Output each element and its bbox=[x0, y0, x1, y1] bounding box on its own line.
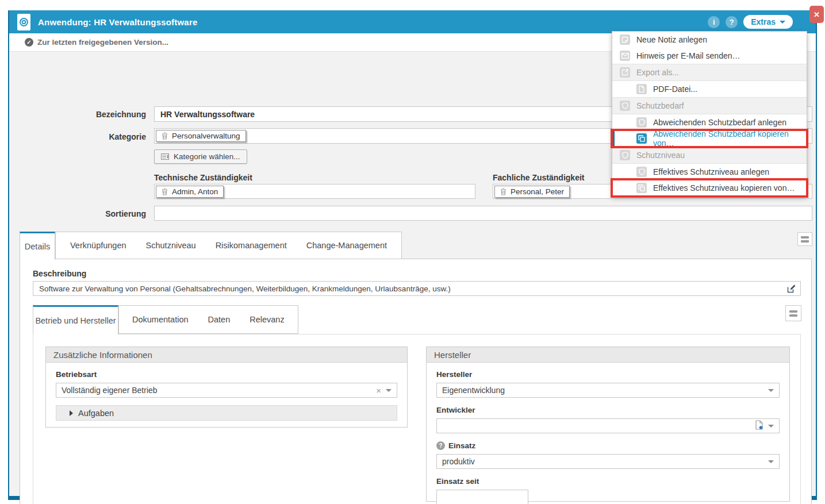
chevron-down-icon bbox=[768, 389, 774, 392]
menu-item-label: Neue Notiz anlegen bbox=[636, 35, 707, 44]
help-icon-small[interactable]: ? bbox=[436, 441, 445, 450]
info-icon[interactable]: i bbox=[708, 16, 720, 28]
inner-tab-group: Dokumentation Daten Relevanz bbox=[118, 305, 298, 334]
menu-item-label: Hinweis per E-Mail senden… bbox=[636, 51, 740, 60]
subtab-content: Zusätzliche Informationen Betriebsart Vo… bbox=[33, 334, 801, 504]
menu-item-email-hinweis[interactable]: Hinweis per E-Mail senden… bbox=[612, 48, 807, 64]
menu-item-schutzbedarf-anlegen[interactable]: Abweichenden Schutzbedarf anlegen bbox=[612, 114, 807, 130]
tab-schutzniveau[interactable]: Schutzniveau bbox=[136, 241, 206, 250]
aufgaben-collapse[interactable]: Aufgaben bbox=[56, 405, 397, 421]
shield-icon bbox=[620, 101, 630, 111]
sortierung-input[interactable] bbox=[155, 206, 812, 220]
chevron-down-icon bbox=[768, 425, 774, 428]
hersteller-value: Eigenentwicklung bbox=[442, 386, 763, 395]
menu-item-pdf-datei[interactable]: PDF-Datei... bbox=[612, 81, 807, 97]
einsatz-value: produktiv bbox=[442, 457, 763, 466]
trash-icon bbox=[162, 188, 168, 195]
new-document-icon[interactable] bbox=[755, 420, 763, 432]
kategorie-chip[interactable]: Personalverwaltung bbox=[156, 130, 246, 142]
fachliche-chip[interactable]: Personal, Peter bbox=[494, 186, 570, 198]
last-released-version-link[interactable]: Zur letzten freigegebenen Version... bbox=[37, 38, 168, 47]
beschreibung-input[interactable] bbox=[33, 282, 800, 295]
export-icon bbox=[620, 67, 630, 78]
subtab-daten[interactable]: Daten bbox=[198, 315, 240, 324]
menu-group-label: Schutzbedarf bbox=[636, 101, 684, 110]
sortierung-label: Sortierung bbox=[26, 209, 146, 218]
einsatz-seit-label: Einsatz seit bbox=[436, 477, 780, 486]
mail-icon bbox=[620, 51, 630, 61]
einsatz-label-row: ? Einsatz bbox=[436, 441, 780, 450]
hersteller-label: Hersteller bbox=[436, 370, 780, 379]
choose-category-button[interactable]: Kategorie wählen... bbox=[154, 149, 247, 164]
kategorie-label: Kategorie bbox=[26, 132, 146, 141]
menu-item-label: PDF-Datei... bbox=[653, 84, 697, 94]
einsatz-seit-input[interactable] bbox=[437, 490, 528, 504]
menu-item-label: Effektives Schutzniveau anlegen bbox=[653, 167, 769, 176]
close-icon[interactable]: ✕ bbox=[809, 6, 824, 23]
hersteller-groupbox: Hersteller Hersteller Eigenentwicklung E… bbox=[426, 347, 790, 502]
clear-icon[interactable]: × bbox=[376, 386, 381, 395]
einsatz-label: Einsatz bbox=[448, 441, 475, 450]
menu-group-label: Schutzniveau bbox=[636, 151, 685, 160]
triangle-right-icon bbox=[70, 410, 73, 416]
shield-icon bbox=[636, 167, 647, 177]
technische-zustaendigkeit-field: Admin, Anton bbox=[154, 184, 475, 199]
details-panel: Beschreibung Betrieb und Hersteller Doku… bbox=[20, 259, 812, 504]
menu-item-schutzniveau-anlegen[interactable]: Effektives Schutzniveau anlegen bbox=[612, 164, 807, 180]
technische-chip[interactable]: Admin, Anton bbox=[156, 186, 224, 198]
check-circle-icon: ✓ bbox=[25, 38, 33, 47]
menu-item-neue-notiz[interactable]: Neue Notiz anlegen bbox=[612, 32, 807, 48]
betriebsart-label: Betriebsart bbox=[56, 370, 397, 379]
shield-icon bbox=[620, 150, 630, 160]
einsatz-select[interactable]: produktiv bbox=[436, 454, 780, 469]
hersteller-panel-title: Hersteller bbox=[427, 347, 789, 363]
view-layout-icon[interactable] bbox=[797, 232, 812, 246]
entwickler-label: Entwickler bbox=[436, 406, 780, 414]
menu-item-label: Abweichenden Schutzbedarf anlegen bbox=[653, 118, 786, 127]
menu-item-label: Abweichenden Schutzbedarf kopieren von… bbox=[653, 129, 799, 148]
choose-category-label: Kategorie wählen... bbox=[174, 152, 240, 161]
tab-change-management[interactable]: Change-Management bbox=[297, 241, 397, 250]
sortierung-field-wrap bbox=[154, 206, 812, 221]
tab-details[interactable]: Details bbox=[20, 232, 55, 260]
betriebsart-value: Vollständig eigener Betrieb bbox=[62, 386, 371, 395]
help-icon[interactable]: ? bbox=[726, 16, 738, 28]
bezeichnung-label: Bezeichnung bbox=[26, 110, 146, 119]
extras-dropdown-menu: Neue Notiz anlegen Hinweis per E-Mail se… bbox=[612, 31, 807, 197]
chevron-down-icon bbox=[780, 21, 785, 24]
beschreibung-label: Beschreibung bbox=[33, 269, 86, 278]
entwickler-select[interactable] bbox=[436, 418, 780, 433]
chevron-down-icon bbox=[386, 389, 392, 392]
tab-risikomanagement[interactable]: Risikomanagement bbox=[206, 241, 297, 250]
fachliche-zustaendigkeit-label: Fachliche Zuständigkeit bbox=[493, 173, 584, 182]
tab-verknuepfungen[interactable]: Verknüpfungen bbox=[60, 241, 136, 250]
view-layout-icon-inner[interactable] bbox=[785, 305, 801, 321]
menu-group-export-als: Export als... bbox=[612, 64, 807, 81]
subtab-betrieb-und-hersteller[interactable]: Betrieb und Hersteller bbox=[33, 305, 118, 334]
note-icon bbox=[620, 34, 630, 45]
zusaetzliche-informationen-groupbox: Zusätzliche Informationen Betriebsart Vo… bbox=[45, 347, 408, 428]
einsatz-seit-field bbox=[436, 490, 528, 504]
menu-item-label: Effektives Schutzniveau kopieren von… bbox=[653, 183, 795, 193]
beschreibung-field-wrap bbox=[33, 281, 801, 296]
shield-icon bbox=[636, 117, 647, 128]
titlebar: Anwendung: HR Verwaltungssoftware i ? Ex… bbox=[9, 10, 816, 33]
menu-group-schutzbedarf: Schutzbedarf bbox=[612, 97, 807, 114]
kategorie-chip-label: Personalverwaltung bbox=[172, 132, 240, 140]
window-title: Anwendung: HR Verwaltungssoftware bbox=[38, 17, 197, 27]
trash-icon bbox=[500, 188, 506, 195]
outer-tab-group: Verknüpfungen Schutzniveau Risikomanagem… bbox=[55, 232, 402, 259]
hersteller-select[interactable]: Eigenentwicklung bbox=[436, 383, 780, 398]
menu-item-schutzbedarf-kopieren[interactable]: Abweichenden Schutzbedarf kopieren von… bbox=[612, 130, 807, 147]
subtab-dokumentation[interactable]: Dokumentation bbox=[122, 315, 198, 324]
copy-icon bbox=[636, 183, 647, 193]
extras-button-label: Extras bbox=[751, 17, 776, 26]
menu-item-schutzniveau-kopieren[interactable]: Effektives Schutzniveau kopieren von… bbox=[612, 180, 807, 196]
edit-icon[interactable] bbox=[786, 284, 796, 296]
extras-button[interactable]: Extras bbox=[743, 15, 793, 29]
pdf-icon bbox=[636, 84, 647, 94]
aufgaben-label: Aufgaben bbox=[78, 409, 114, 418]
subtab-relevanz[interactable]: Relevanz bbox=[240, 315, 294, 324]
betriebsart-select[interactable]: Vollständig eigener Betrieb × bbox=[56, 383, 397, 398]
application-icon bbox=[17, 14, 30, 30]
